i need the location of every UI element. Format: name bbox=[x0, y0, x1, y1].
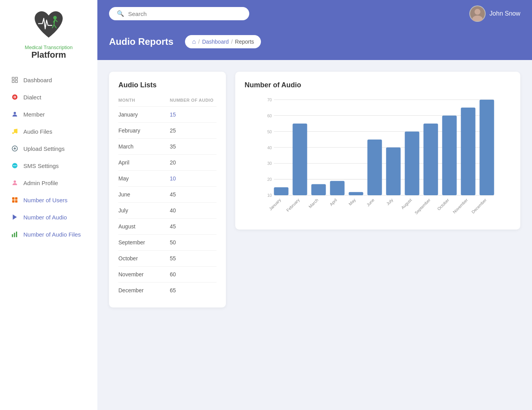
sidebar-item-audio-files[interactable]: Audio Files bbox=[0, 123, 97, 140]
table-row: January 15 bbox=[118, 107, 217, 123]
td-count: 65 bbox=[170, 287, 217, 293]
search-input[interactable] bbox=[128, 11, 241, 17]
sidebar-item-number-of-users[interactable]: Number of Users bbox=[0, 191, 97, 209]
svg-point-12 bbox=[14, 97, 16, 98]
sidebar-item-number-of-audio-files[interactable]: Number of Audio Files bbox=[0, 226, 97, 243]
td-count: 40 bbox=[170, 207, 217, 214]
col-month: MONTH bbox=[118, 98, 170, 102]
sidebar-label-admin-profile: Admin Profile bbox=[23, 180, 58, 186]
col-count: NUMBER OF AUDIO bbox=[170, 98, 217, 102]
svg-rect-29 bbox=[16, 232, 17, 237]
svg-text:December: December bbox=[470, 197, 488, 214]
table-row: October 55 bbox=[118, 251, 217, 267]
sidebar-item-dialect[interactable]: Dialect bbox=[0, 88, 97, 106]
svg-rect-53 bbox=[330, 181, 344, 195]
svg-text:July: July bbox=[386, 197, 394, 206]
svg-rect-47 bbox=[274, 187, 288, 195]
svg-text:September: September bbox=[414, 197, 432, 215]
sidebar-label-dashboard: Dashboard bbox=[23, 77, 52, 83]
svg-rect-27 bbox=[12, 234, 13, 237]
svg-rect-61 bbox=[405, 131, 419, 195]
td-month: July bbox=[118, 207, 170, 214]
svg-rect-69 bbox=[479, 100, 494, 195]
search-icon: 🔍 bbox=[117, 10, 124, 17]
svg-rect-51 bbox=[311, 184, 326, 195]
svg-text:August: August bbox=[400, 198, 412, 210]
table-row: April 20 bbox=[118, 155, 217, 171]
sidebar-item-upload-settings[interactable]: Upload Settings bbox=[0, 140, 97, 157]
svg-rect-23 bbox=[15, 197, 18, 200]
table-row: March 35 bbox=[118, 139, 217, 155]
svg-text:March: March bbox=[308, 198, 319, 209]
svg-point-18 bbox=[13, 165, 14, 166]
svg-rect-63 bbox=[423, 124, 438, 195]
td-month: June bbox=[118, 191, 170, 198]
num-audio-icon bbox=[11, 213, 19, 221]
svg-text:June: June bbox=[366, 198, 375, 207]
table-row: June 45 bbox=[118, 187, 217, 203]
audio-icon bbox=[11, 127, 19, 135]
sidebar-item-member[interactable]: Member bbox=[0, 106, 97, 123]
logo-container: Medical Transcription Platform bbox=[0, 0, 97, 67]
sidebar-navigation: Dashboard Dialect Member Audio Files Upl bbox=[0, 67, 97, 247]
svg-point-13 bbox=[14, 112, 16, 114]
audio-table-body: January 15 February 25 March 35 April 20… bbox=[118, 107, 217, 298]
td-count: 50 bbox=[170, 239, 217, 246]
td-count: 45 bbox=[170, 191, 217, 198]
topbar: 🔍 John Snow bbox=[97, 0, 532, 27]
sms-icon bbox=[11, 162, 19, 170]
td-count: 35 bbox=[170, 143, 217, 150]
td-count: 15 bbox=[170, 111, 217, 118]
td-count: 60 bbox=[170, 271, 217, 277]
audio-list-card: Audio Lists MONTH NUMBER OF AUDIO Januar… bbox=[109, 72, 226, 308]
sidebar-label-dialect: Dialect bbox=[23, 94, 41, 101]
td-month: May bbox=[118, 175, 170, 182]
svg-text:50: 50 bbox=[267, 129, 272, 134]
breadcrumb-current: Reports bbox=[235, 39, 254, 45]
svg-point-19 bbox=[14, 165, 15, 166]
audio-list-title: Audio Lists bbox=[118, 81, 217, 89]
sidebar-item-sms-settings[interactable]: SMS Settings bbox=[0, 157, 97, 174]
dialect-icon bbox=[11, 93, 19, 101]
table-row: August 45 bbox=[118, 219, 217, 235]
svg-rect-57 bbox=[367, 140, 382, 195]
svg-rect-49 bbox=[292, 124, 307, 195]
home-icon[interactable]: ⌂ bbox=[192, 38, 196, 45]
table-row: February 25 bbox=[118, 123, 217, 139]
svg-rect-65 bbox=[442, 116, 456, 195]
sidebar-label-audio-files: Audio Files bbox=[23, 128, 52, 135]
member-icon bbox=[11, 110, 19, 118]
sidebar-label-upload-settings: Upload Settings bbox=[23, 145, 65, 152]
td-month: November bbox=[118, 271, 170, 277]
svg-rect-24 bbox=[12, 200, 14, 203]
bar-chart: 10203040506070JanuaryFebruaryMarchAprilM… bbox=[245, 95, 511, 220]
svg-rect-6 bbox=[12, 77, 14, 79]
svg-text:20: 20 bbox=[267, 177, 272, 182]
logo-icon bbox=[31, 8, 66, 43]
sidebar-label-number-of-audio: Number of Audio bbox=[23, 214, 67, 221]
sidebar-label-sms-settings: SMS Settings bbox=[23, 163, 59, 169]
cards-section: Audio Lists MONTH NUMBER OF AUDIO Januar… bbox=[97, 60, 532, 319]
svg-text:October: October bbox=[436, 197, 450, 211]
user-info: John Snow bbox=[469, 5, 520, 22]
sidebar-item-dashboard[interactable]: Dashboard bbox=[0, 71, 97, 88]
svg-point-20 bbox=[16, 165, 16, 166]
td-month: January bbox=[118, 111, 170, 118]
admin-icon bbox=[11, 179, 19, 187]
sidebar-item-number-of-audio[interactable]: Number of Audio bbox=[0, 209, 97, 226]
sidebar-item-admin-profile[interactable]: Admin Profile bbox=[0, 174, 97, 191]
breadcrumb-dashboard-link[interactable]: Dashboard bbox=[202, 39, 229, 45]
breadcrumb-separator-1: / bbox=[198, 39, 200, 45]
svg-text:60: 60 bbox=[267, 113, 272, 118]
svg-point-14 bbox=[12, 132, 14, 134]
audio-files-icon bbox=[11, 230, 19, 238]
search-bar-container[interactable]: 🔍 bbox=[109, 7, 249, 20]
chart-container: 10203040506070JanuaryFebruaryMarchAprilM… bbox=[245, 95, 511, 220]
table-header: MONTH NUMBER OF AUDIO bbox=[118, 95, 217, 107]
svg-text:November: November bbox=[452, 197, 469, 214]
svg-text:May: May bbox=[348, 197, 357, 206]
td-count: 55 bbox=[170, 255, 217, 262]
users-icon bbox=[11, 196, 19, 204]
td-month: April bbox=[118, 159, 170, 166]
table-row: November 60 bbox=[118, 267, 217, 283]
